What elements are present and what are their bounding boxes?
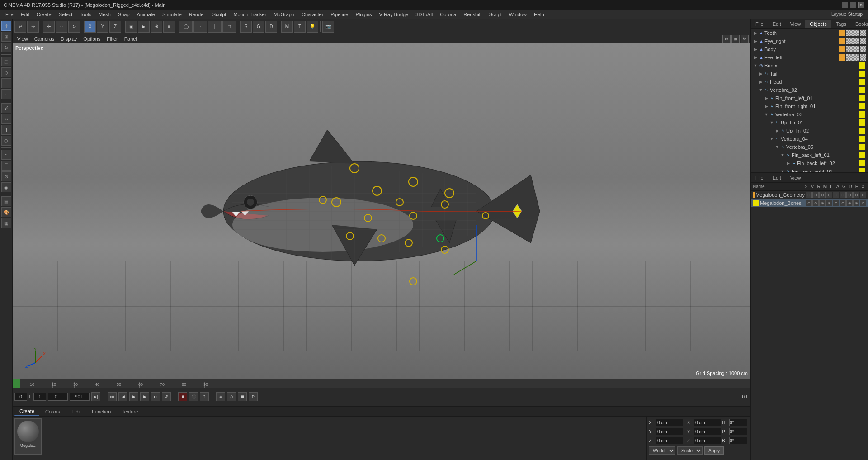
render-settings[interactable]: ⚙ bbox=[151, 21, 162, 33]
otab-tags[interactable]: Tags bbox=[831, 20, 851, 28]
edge-mode[interactable]: | bbox=[208, 21, 222, 33]
menu-help[interactable]: Help bbox=[530, 11, 548, 18]
vp-icon-rot[interactable]: ↻ bbox=[741, 35, 749, 43]
tool-texture[interactable]: ▦ bbox=[1, 218, 11, 228]
material-btn[interactable]: M bbox=[281, 21, 293, 33]
object-mode[interactable]: ◯ bbox=[179, 21, 193, 33]
obj-row-vertebra04[interactable]: ▼ ⤷ Vertebra_04 bbox=[751, 135, 868, 143]
btn-el3[interactable] bbox=[860, 54, 866, 61]
menu-redshift[interactable]: Redshift bbox=[460, 11, 485, 18]
tool-brush[interactable]: 🖌 bbox=[1, 103, 11, 113]
material-preview[interactable]: Megalo... bbox=[14, 418, 42, 455]
btn-checkered2[interactable] bbox=[853, 30, 859, 36]
tool-select[interactable]: ⬚ bbox=[1, 57, 11, 66]
obj2-row-bones[interactable]: Megalodon_Bones ⊙ ⊙ ⊙ ⊙ ⊙ ⊙ ⊙ ⊙ ⊙ bbox=[751, 199, 868, 207]
x-pos-input[interactable] bbox=[656, 419, 683, 426]
otab-edit[interactable]: Edit bbox=[768, 20, 786, 28]
expand-fbl02[interactable]: ▶ bbox=[785, 161, 791, 166]
obj-row-vertebra05[interactable]: ▼ ⤷ Vertebra_05 bbox=[751, 143, 868, 151]
play-forward-button[interactable]: ⏭ bbox=[151, 392, 160, 401]
tool-knife[interactable]: ✂ bbox=[1, 114, 11, 124]
expand-vertebra02[interactable]: ▼ bbox=[758, 87, 764, 93]
btn-er2[interactable] bbox=[853, 38, 859, 44]
tool-scale[interactable]: ⊞ bbox=[1, 32, 11, 42]
obj-row-tooth[interactable]: ▶ ▲ Tooth bbox=[751, 29, 868, 37]
y-pos-input[interactable] bbox=[656, 428, 683, 435]
vp-menu-options[interactable]: Options bbox=[80, 35, 103, 43]
h-input[interactable] bbox=[729, 419, 747, 426]
expand-ffl01[interactable]: ▶ bbox=[764, 95, 769, 101]
expand-vertebra04[interactable]: ▼ bbox=[769, 136, 774, 142]
expand-tail[interactable]: ▶ bbox=[758, 71, 764, 76]
otab-view[interactable]: View bbox=[786, 20, 806, 28]
render-region[interactable]: ▣ bbox=[125, 21, 137, 33]
expand-vertebra03[interactable]: ▼ bbox=[764, 112, 769, 117]
expand-eye-left[interactable]: ▶ bbox=[753, 55, 758, 60]
btn-bd1[interactable] bbox=[846, 46, 853, 52]
expand-fbl01[interactable]: ▼ bbox=[780, 152, 785, 158]
obj-row-fbr01[interactable]: ▼ ⤷ Fin_back_right_01 bbox=[751, 167, 868, 172]
expand-eye-right[interactable]: ▶ bbox=[753, 38, 758, 44]
btn-bd2[interactable] bbox=[853, 46, 859, 52]
menu-simulate[interactable]: Simulate bbox=[159, 11, 185, 18]
vp-menu-filter[interactable]: Filter bbox=[104, 35, 120, 43]
z-pos-input[interactable] bbox=[656, 437, 683, 444]
step-forward-button[interactable]: ▶ bbox=[140, 392, 149, 401]
point-mode[interactable]: · bbox=[193, 21, 207, 33]
x-rot-input[interactable] bbox=[694, 419, 721, 426]
timeline-btn1[interactable]: ◈ bbox=[216, 392, 225, 401]
tool-deform[interactable]: ~ bbox=[1, 150, 11, 160]
menu-pipeline[interactable]: Pipeline bbox=[327, 11, 352, 18]
apply-button[interactable]: Apply bbox=[704, 446, 724, 455]
btn-checkered3[interactable] bbox=[860, 30, 866, 36]
menu-script[interactable]: Script bbox=[486, 11, 505, 18]
btn-el1[interactable] bbox=[846, 54, 853, 61]
menu-motion-tracker[interactable]: Motion Tracker bbox=[230, 11, 270, 18]
menu-3dto[interactable]: 3DToAll bbox=[412, 11, 436, 18]
loop-button[interactable]: ↺ bbox=[162, 392, 171, 401]
coord-scale-dropdown[interactable]: Scale Size bbox=[677, 446, 703, 455]
undo-button[interactable]: ↩ bbox=[14, 21, 26, 33]
obj-row-vertebra02[interactable]: ▼ ⤷ Vertebra_02 bbox=[751, 86, 868, 94]
poly-mode[interactable]: □ bbox=[222, 21, 236, 33]
btn-bd3[interactable] bbox=[860, 46, 866, 52]
select-all-tool[interactable]: X bbox=[84, 21, 96, 33]
expand-tooth[interactable]: ▶ bbox=[753, 30, 758, 36]
play-button[interactable]: ▶ bbox=[129, 392, 138, 401]
vp-icon-move[interactable]: ⊕ bbox=[722, 35, 731, 43]
viewport[interactable]: Perspective Grid Spacing : 1000 cm X Y Z bbox=[13, 43, 750, 379]
timeline-btn4[interactable]: P bbox=[249, 392, 258, 401]
step-back-button[interactable]: ◀ bbox=[118, 392, 127, 401]
menu-window[interactable]: Window bbox=[505, 11, 530, 18]
generator-tool[interactable]: G bbox=[253, 21, 264, 33]
obj-row-body[interactable]: ▶ ▲ Body bbox=[751, 45, 868, 53]
expand-fbr01[interactable]: ▼ bbox=[780, 169, 785, 172]
obj-row-fbl01[interactable]: ▼ ⤷ Fin_back_left_01 bbox=[751, 151, 868, 159]
frame-end-input[interactable] bbox=[70, 393, 90, 401]
menu-character[interactable]: Character bbox=[298, 11, 327, 18]
rotate-tool[interactable]: ↻ bbox=[68, 21, 80, 33]
tool-point[interactable]: · bbox=[1, 89, 11, 99]
tool-rotate[interactable]: ↻ bbox=[1, 43, 11, 52]
tool-sculpt[interactable]: ◉ bbox=[1, 182, 11, 192]
close-button[interactable]: ✕ bbox=[858, 2, 864, 8]
menu-vray[interactable]: V-Ray Bridge bbox=[376, 11, 412, 18]
texture-btn[interactable]: T bbox=[294, 21, 306, 33]
btab-create[interactable]: Create bbox=[14, 407, 39, 416]
menu-animate[interactable]: Animate bbox=[133, 11, 159, 18]
otab2-view[interactable]: View bbox=[786, 174, 806, 181]
menu-select[interactable]: Select bbox=[55, 11, 76, 18]
otab-file[interactable]: File bbox=[751, 20, 768, 28]
p-input[interactable] bbox=[729, 428, 747, 435]
play-back-button[interactable]: ⏮ bbox=[108, 392, 117, 401]
vp-menu-display[interactable]: Display bbox=[58, 35, 80, 43]
record-btn[interactable]: ⏺ bbox=[178, 392, 187, 401]
obj-row-ffr01[interactable]: ▶ ⤷ Fin_front_right_01 bbox=[751, 102, 868, 110]
menu-mesh[interactable]: Mesh bbox=[95, 11, 114, 18]
maximize-button[interactable]: □ bbox=[850, 2, 856, 8]
obj-row-eye-left[interactable]: ▶ ▲ Eye_left bbox=[751, 53, 868, 62]
vp-icon-zoom[interactable]: ⊞ bbox=[731, 35, 740, 43]
camera-btn[interactable]: 📷 bbox=[322, 21, 334, 33]
menu-mograph[interactable]: MoGraph bbox=[270, 11, 298, 18]
tool-edge[interactable]: — bbox=[1, 78, 11, 88]
